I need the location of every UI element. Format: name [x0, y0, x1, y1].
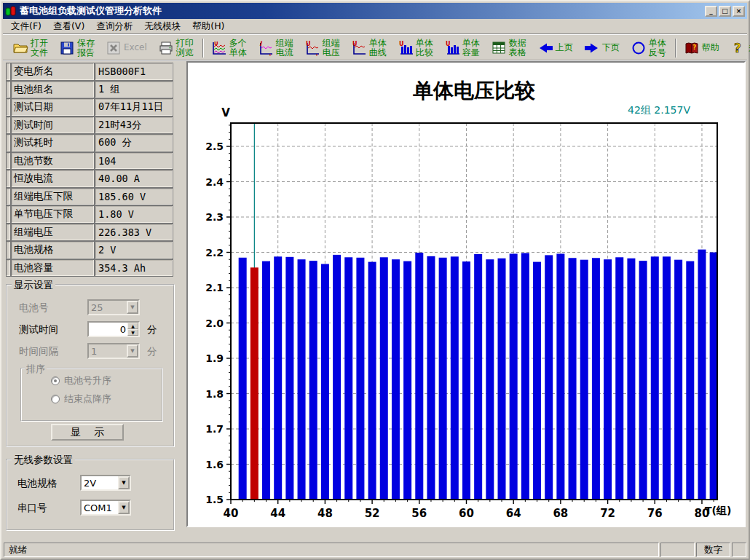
- time-interval-combo[interactable]: 1 ▼: [87, 343, 140, 359]
- bar-61[interactable]: [474, 254, 482, 500]
- bar-77[interactable]: [663, 256, 671, 500]
- bar-56[interactable]: [415, 253, 423, 500]
- info-value: 226.383 V: [95, 224, 173, 242]
- menu-item-wireless-module[interactable]: 无线模块: [138, 19, 186, 34]
- bar-66[interactable]: [533, 262, 541, 500]
- bar-53[interactable]: [380, 257, 388, 500]
- test-info-table: 变电所名HSB000F1电池组名1 组测试日期07年11月11日测试时间21时4…: [6, 63, 173, 277]
- bar-62[interactable]: [486, 259, 494, 500]
- battery-number-combo[interactable]: 25 ▼: [87, 299, 140, 315]
- menu-item-file[interactable]: 文件(F): [5, 19, 47, 34]
- bar-57[interactable]: [427, 256, 435, 500]
- bar-74[interactable]: [627, 259, 635, 500]
- bar-72[interactable]: [604, 259, 612, 500]
- bar-55[interactable]: [403, 261, 411, 500]
- x-axis-unit: T(组): [705, 505, 731, 516]
- y-tick-label: 1.8: [205, 388, 224, 400]
- bar-69[interactable]: [569, 258, 577, 500]
- wireless-settings-title: 无线参数设置: [12, 454, 75, 467]
- bar-73[interactable]: [615, 257, 623, 500]
- toolbar-next-page-label: 下页: [602, 43, 620, 52]
- bar-81[interactable]: [710, 253, 718, 500]
- toolbar-cell-capacity-button[interactable]: U单体容量: [441, 37, 483, 59]
- bar-46[interactable]: [298, 259, 306, 500]
- maximize-button[interactable]: □: [719, 6, 731, 17]
- toolbar-cell-compare-button[interactable]: U单体比较: [394, 37, 437, 59]
- info-value: 2 V: [95, 241, 173, 259]
- menu-item-view[interactable]: 查看(V): [47, 19, 90, 34]
- bar-79[interactable]: [686, 261, 694, 500]
- info-table-row: 电池容量354.3 Ah: [6, 259, 173, 277]
- toolbar-multi-cell-button[interactable]: U多个单体: [208, 37, 250, 59]
- bar-78[interactable]: [674, 260, 682, 500]
- bar-68[interactable]: [556, 253, 564, 500]
- bar-60[interactable]: [462, 261, 470, 500]
- show-button[interactable]: 显 示: [51, 424, 124, 441]
- bar-59[interactable]: [451, 256, 459, 500]
- info-table-row: 恒放电流40.00 A: [6, 170, 173, 188]
- bar-58[interactable]: [439, 258, 447, 500]
- bar-44[interactable]: [274, 256, 282, 500]
- bar-54[interactable]: [392, 259, 400, 500]
- radio-icon[interactable]: [51, 395, 60, 403]
- bar-47[interactable]: [309, 261, 317, 500]
- toolbar-about-button[interactable]: ?关于: [727, 37, 750, 59]
- chart-bars-icon: U: [398, 40, 414, 56]
- toolbar-help-button[interactable]: ?帮助: [680, 37, 723, 59]
- toolbar-cell-invert-button[interactable]: 单体反号: [627, 37, 670, 59]
- spin-up-icon[interactable]: ▲: [127, 323, 138, 329]
- serial-port-combo[interactable]: COM1 ▼: [80, 500, 131, 516]
- menu-item-query-analysis[interactable]: 查询分析: [90, 19, 138, 34]
- bar-45[interactable]: [285, 257, 293, 500]
- bar-63[interactable]: [498, 259, 506, 500]
- bar-76[interactable]: [651, 256, 659, 500]
- bar-67[interactable]: [545, 255, 553, 500]
- chevron-down-icon[interactable]: ▼: [127, 301, 138, 314]
- chevron-down-icon[interactable]: ▼: [127, 344, 138, 358]
- toolbar-cell-curve-button[interactable]: U单体曲线: [347, 37, 390, 59]
- info-value: 21时43分: [95, 117, 173, 135]
- bar-71[interactable]: [592, 258, 600, 500]
- sort-option-2[interactable]: 结束点降序: [51, 393, 162, 406]
- info-table-row: 测试日期07年11月11日: [6, 98, 173, 117]
- bar-50[interactable]: [344, 257, 352, 500]
- toolbar-next-page-button[interactable]: 下页: [580, 37, 623, 59]
- spin-down-icon[interactable]: ▼: [127, 329, 138, 336]
- toolbar-prev-page-button[interactable]: 上页: [534, 37, 577, 59]
- chart-title: 单体电压比较: [413, 79, 535, 103]
- bar-49[interactable]: [333, 255, 341, 500]
- bar-80[interactable]: [698, 250, 706, 500]
- radio-icon[interactable]: [51, 376, 60, 385]
- excel-icon: [106, 40, 122, 56]
- bar-75[interactable]: [639, 261, 647, 500]
- toolbar-print-preview-button[interactable]: 打印浏览: [154, 37, 197, 59]
- toolbar-save-report-button[interactable]: 保存报告: [55, 37, 98, 59]
- time-interval-unit: 分: [147, 345, 157, 358]
- toolbar-excel-export-button[interactable]: Excel: [102, 37, 151, 59]
- chevron-down-icon[interactable]: ▼: [118, 501, 130, 514]
- toolbar-open-file-label: 打开文件: [31, 39, 48, 58]
- bar-65[interactable]: [521, 253, 529, 500]
- bar-52[interactable]: [368, 262, 376, 500]
- bar-64[interactable]: [510, 253, 518, 500]
- bar-70[interactable]: [580, 260, 588, 500]
- sort-option-1[interactable]: 电池号升序: [51, 374, 162, 387]
- close-button[interactable]: ×: [733, 6, 745, 17]
- sort-group-title: 排序: [25, 363, 47, 376]
- battery-spec-combo[interactable]: 2V ▼: [80, 475, 131, 491]
- menu-item-help[interactable]: 帮助(H): [186, 19, 230, 34]
- bar-41[interactable]: [239, 258, 247, 500]
- toolbar-pack-current-button[interactable]: It组端电流: [254, 37, 297, 59]
- info-label: 组端电压下限: [11, 188, 95, 206]
- bar-51[interactable]: [356, 258, 364, 500]
- toolbar-pack-voltage-button[interactable]: Ut组端电压: [301, 37, 344, 59]
- bar-48[interactable]: [321, 264, 329, 500]
- toolbar-data-table-button[interactable]: 数据表格: [487, 37, 530, 59]
- test-time-input[interactable]: [89, 323, 127, 336]
- info-table-row: 电池组名1 组: [6, 81, 173, 99]
- toolbar-open-file-button[interactable]: 打开文件: [9, 37, 52, 59]
- bar-43[interactable]: [262, 261, 270, 500]
- chevron-down-icon[interactable]: ▼: [118, 476, 130, 489]
- minimize-button[interactable]: _: [705, 6, 717, 17]
- bar-42[interactable]: [250, 267, 258, 500]
